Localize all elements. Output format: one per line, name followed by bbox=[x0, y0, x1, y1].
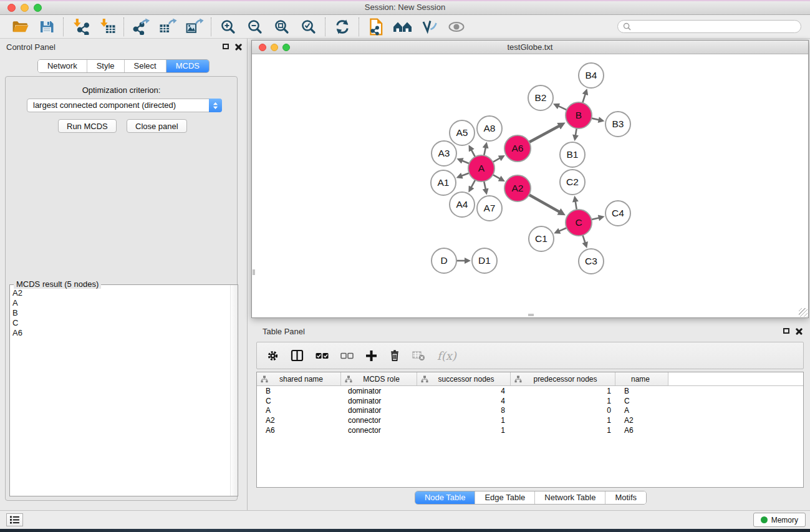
deselect-all-icon bbox=[340, 350, 354, 362]
tab-network[interactable]: Network bbox=[38, 60, 87, 72]
column-header-shared-name[interactable]: shared name bbox=[257, 372, 341, 385]
export-table-icon bbox=[158, 18, 177, 35]
houses-icon bbox=[393, 19, 413, 35]
graph-edge-A6-B[interactable] bbox=[528, 126, 560, 143]
export-image-button[interactable] bbox=[181, 16, 208, 37]
import-table-from-file-button[interactable] bbox=[94, 16, 120, 37]
column-header-successor-nodes[interactable]: successor nodes bbox=[417, 372, 511, 385]
search-icon bbox=[623, 22, 631, 31]
table-panel-header: Table Panel bbox=[251, 323, 810, 339]
column-header-name[interactable]: name bbox=[615, 372, 668, 385]
show-task-history-button[interactable] bbox=[6, 513, 23, 526]
zoom-selected-region-button[interactable] bbox=[295, 16, 322, 37]
result-scrollbar[interactable] bbox=[230, 285, 238, 496]
deselect-all-columns-button[interactable] bbox=[340, 350, 354, 362]
export-table-button[interactable] bbox=[154, 16, 181, 37]
apply-preferred-style-button[interactable] bbox=[416, 16, 443, 37]
optimization-criterion-select[interactable]: largest connected component (directed) bbox=[27, 99, 222, 112]
close-panel-icon[interactable] bbox=[235, 43, 242, 50]
graph-node-label-C4: C4 bbox=[612, 208, 624, 218]
tab-edge-table[interactable]: Edge Table bbox=[475, 491, 535, 504]
vertical-scroll-indicator[interactable] bbox=[253, 269, 255, 275]
toolbar-separator bbox=[211, 17, 211, 36]
zoom-in-button[interactable] bbox=[215, 16, 241, 37]
table-header-row: shared name MCDS role successor nodes pr… bbox=[257, 372, 803, 386]
table-settings-button[interactable] bbox=[267, 350, 279, 362]
show-columns-button[interactable] bbox=[291, 349, 304, 362]
create-column-button[interactable] bbox=[365, 350, 377, 362]
graph-edge-A2-C[interactable] bbox=[528, 194, 560, 212]
refresh-view-button[interactable] bbox=[329, 16, 355, 37]
graph-node-label-B: B bbox=[576, 110, 582, 120]
tab-style[interactable]: Style bbox=[87, 60, 125, 72]
result-item[interactable]: A bbox=[12, 298, 229, 308]
mcds-pane: Optimization criterion: largest connecte… bbox=[5, 76, 238, 501]
delete-table-button[interactable] bbox=[412, 350, 425, 361]
export-network-button[interactable] bbox=[127, 16, 154, 37]
horizontal-scroll-indicator[interactable] bbox=[528, 314, 534, 316]
export-network-icon bbox=[132, 18, 150, 35]
select-all-columns-button[interactable] bbox=[316, 350, 329, 362]
delete-table-icon bbox=[412, 350, 425, 361]
import-network-icon bbox=[71, 18, 90, 35]
resize-grip[interactable] bbox=[799, 308, 808, 317]
column-header-mcds-role[interactable]: MCDS role bbox=[341, 372, 417, 385]
result-item[interactable]: A2 bbox=[12, 288, 229, 298]
delete-column-button[interactable] bbox=[389, 349, 400, 362]
close-table-panel-icon[interactable] bbox=[796, 327, 803, 334]
tab-select[interactable]: Select bbox=[125, 60, 166, 72]
optimization-criterion-label: Optimization criterion: bbox=[6, 85, 237, 95]
zoom-out-button[interactable] bbox=[241, 16, 268, 37]
save-session-button[interactable] bbox=[33, 16, 60, 37]
float-table-panel-icon[interactable] bbox=[783, 328, 789, 334]
status-bar: Memory bbox=[0, 510, 810, 529]
result-item[interactable]: A6 bbox=[12, 328, 229, 338]
result-item[interactable]: B bbox=[12, 308, 229, 318]
column-view-icon bbox=[291, 349, 304, 362]
table-row[interactable]: B dominator 4 1 B bbox=[257, 386, 803, 396]
search-input[interactable] bbox=[634, 22, 796, 31]
result-item[interactable]: C bbox=[12, 318, 229, 328]
tab-network-table[interactable]: Network Table bbox=[535, 491, 605, 504]
zoom-fit-content-button[interactable] bbox=[268, 16, 295, 37]
import-network-from-file-button[interactable] bbox=[67, 16, 94, 37]
zoom-fit-icon bbox=[273, 19, 291, 35]
float-panel-icon[interactable] bbox=[223, 44, 229, 49]
table-row[interactable]: C dominator 4 1 C bbox=[257, 396, 803, 406]
close-mcds-panel-button[interactable]: Close panel bbox=[127, 119, 187, 133]
table-panel-title: Table Panel bbox=[263, 327, 305, 336]
zoom-out-icon bbox=[246, 19, 264, 35]
tab-node-table[interactable]: Node Table bbox=[415, 491, 476, 504]
show-graphics-details-button[interactable] bbox=[443, 16, 470, 37]
search-field bbox=[617, 20, 801, 33]
graph-node-label-C3: C3 bbox=[585, 256, 597, 266]
eye-icon bbox=[447, 19, 466, 35]
table-row[interactable]: A dominator 8 0 A bbox=[257, 405, 803, 415]
shared-column-icon bbox=[261, 375, 268, 383]
column-header-predecessor-nodes[interactable]: predecessor nodes bbox=[511, 372, 615, 385]
control-panel: Control Panel Network Style Select MCDS … bbox=[0, 39, 248, 510]
graph-node-label-A2: A2 bbox=[512, 183, 524, 193]
mcds-result-box: MCDS result (5 nodes) A2 A B C A6 bbox=[9, 284, 238, 496]
network-window-title: testGlobe.txt bbox=[252, 42, 808, 52]
zoom-in-icon bbox=[219, 19, 237, 35]
tab-motifs[interactable]: Motifs bbox=[605, 491, 646, 504]
run-mcds-button[interactable]: Run MCDS bbox=[58, 119, 117, 133]
table-row[interactable]: A6 connector 1 1 A6 bbox=[257, 425, 803, 435]
memory-button[interactable]: Memory bbox=[753, 513, 806, 527]
tab-mcds[interactable]: MCDS bbox=[166, 60, 209, 72]
control-panel-tabs: Network Style Select MCDS bbox=[0, 59, 247, 73]
graph-node-label-A7: A7 bbox=[484, 203, 496, 213]
table-panel: Table Panel bbox=[251, 323, 810, 510]
open-file-button[interactable] bbox=[6, 16, 33, 37]
new-network-from-selection-button[interactable] bbox=[362, 16, 389, 37]
graph-canvas[interactable]: B4B2BB3A8A5A6A3B1AC2A1A2A4A7C4CC1DD1C3 bbox=[252, 54, 808, 317]
graph-node-label-A6: A6 bbox=[512, 143, 524, 153]
table-row[interactable]: A2 connector 1 1 A2 bbox=[257, 415, 803, 425]
network-graph[interactable]: B4B2BB3A8A5A6A3B1AC2A1A2A4A7C4CC1DD1C3 bbox=[252, 54, 808, 317]
show-hide-panels-button[interactable] bbox=[389, 16, 416, 37]
function-builder-button[interactable]: f(x) bbox=[437, 349, 456, 362]
network-document-icon bbox=[367, 18, 385, 36]
control-panel-title: Control Panel bbox=[6, 42, 55, 52]
graph-node-label-A: A bbox=[478, 163, 485, 173]
